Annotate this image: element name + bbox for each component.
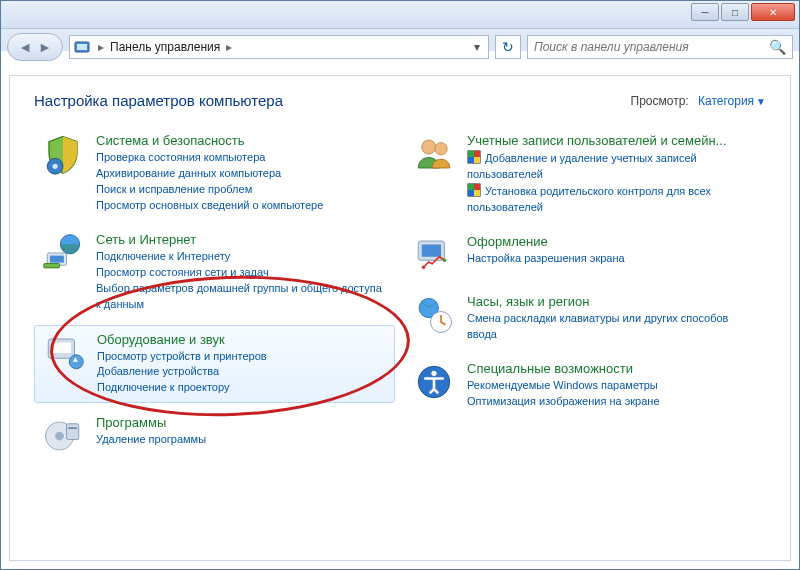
svg-rect-14 bbox=[68, 428, 77, 430]
category-title[interactable]: Специальные возможности bbox=[467, 361, 758, 376]
task-link[interactable]: Просмотр устройств и принтеров bbox=[97, 349, 386, 365]
nav-back-forward[interactable]: ◄ ► bbox=[7, 33, 63, 61]
task-link[interactable]: Просмотр основных сведений о компьютере bbox=[96, 198, 387, 214]
task-link[interactable]: Настройка разрешения экрана bbox=[467, 251, 758, 267]
view-by: Просмотр: Категория▼ bbox=[631, 94, 767, 108]
svg-rect-1 bbox=[77, 44, 87, 50]
svg-point-19 bbox=[422, 265, 426, 269]
user-accounts-icon bbox=[413, 133, 455, 175]
close-button[interactable]: ✕ bbox=[751, 3, 795, 21]
search-icon: 🔍 bbox=[769, 39, 786, 55]
category-title[interactable]: Сеть и Интернет bbox=[96, 232, 387, 247]
svg-point-24 bbox=[431, 370, 436, 375]
navbar: ◄ ► ▸ Панель управления ▸ ▾ ↻ 🔍 bbox=[1, 29, 799, 65]
page-title: Настройка параметров компьютера bbox=[34, 92, 283, 109]
chevron-right-icon: ▸ bbox=[224, 40, 234, 54]
category-title[interactable]: Оборудование и звук bbox=[97, 332, 386, 347]
chevron-down-icon: ▼ bbox=[756, 96, 766, 107]
breadcrumb-root[interactable]: Панель управления bbox=[106, 40, 224, 54]
svg-point-3 bbox=[53, 164, 58, 169]
ease-of-access-icon bbox=[413, 361, 455, 403]
svg-rect-7 bbox=[44, 263, 60, 267]
minimize-button[interactable]: ─ bbox=[691, 3, 719, 21]
category-programs[interactable]: Программы Удаление программы bbox=[34, 409, 395, 463]
back-icon: ◄ bbox=[18, 39, 32, 55]
left-column: Система и безопасность Проверка состояни… bbox=[34, 127, 395, 463]
programs-icon bbox=[42, 415, 84, 457]
task-link[interactable]: Архивирование данных компьютера bbox=[96, 166, 387, 182]
svg-rect-18 bbox=[422, 244, 441, 256]
maximize-button[interactable]: □ bbox=[721, 3, 749, 21]
task-link[interactable]: Выбор параметров домашней группы и общег… bbox=[96, 281, 387, 313]
category-system-security[interactable]: Система и безопасность Проверка состояни… bbox=[34, 127, 395, 220]
content-area: Настройка параметров компьютера Просмотр… bbox=[9, 75, 791, 561]
task-link[interactable]: Поиск и исправление проблем bbox=[96, 182, 387, 198]
task-link[interactable]: Проверка состояния компьютера bbox=[96, 150, 387, 166]
svg-rect-9 bbox=[52, 342, 71, 353]
refresh-button[interactable]: ↻ bbox=[495, 35, 521, 59]
svg-point-12 bbox=[55, 432, 64, 441]
control-panel-window: ─ □ ✕ ◄ ► ▸ Панель управления ▸ ▾ ↻ 🔍 Н bbox=[0, 0, 800, 570]
category-ease-of-access[interactable]: Специальные возможности Рекомендуемые Wi… bbox=[405, 355, 766, 416]
svg-point-20 bbox=[443, 258, 447, 262]
forward-icon: ► bbox=[38, 39, 52, 55]
hardware-sound-icon bbox=[43, 332, 85, 374]
task-link[interactable]: Удаление программы bbox=[96, 432, 387, 448]
task-link[interactable]: Подключение к проектору bbox=[97, 380, 386, 396]
category-appearance[interactable]: Оформление Настройка разрешения экрана bbox=[405, 228, 766, 282]
task-link[interactable]: Смена раскладки клавиатуры или других сп… bbox=[467, 311, 758, 343]
category-title[interactable]: Часы, язык и регион bbox=[467, 294, 758, 309]
task-link[interactable]: Подключение к Интернету bbox=[96, 249, 387, 265]
svg-point-16 bbox=[435, 143, 447, 155]
right-column: Учетные записи пользователей и семейн...… bbox=[405, 127, 766, 463]
svg-rect-6 bbox=[50, 255, 64, 262]
task-link[interactable]: Рекомендуемые Windows параметры bbox=[467, 378, 758, 394]
category-title[interactable]: Оформление bbox=[467, 234, 758, 249]
task-link[interactable]: Просмотр состояния сети и задач bbox=[96, 265, 387, 281]
clock-language-icon bbox=[413, 294, 455, 336]
control-panel-icon bbox=[74, 39, 90, 55]
address-dropdown[interactable]: ▾ bbox=[470, 40, 484, 54]
address-bar[interactable]: ▸ Панель управления ▸ ▾ bbox=[69, 35, 489, 59]
system-security-icon bbox=[42, 133, 84, 175]
search-box[interactable]: 🔍 bbox=[527, 35, 793, 59]
category-title[interactable]: Учетные записи пользователей и семейн... bbox=[467, 133, 758, 148]
task-link[interactable]: Установка родительского контроля для все… bbox=[467, 183, 758, 216]
task-link[interactable]: Оптимизация изображения на экране bbox=[467, 394, 758, 410]
category-title[interactable]: Программы bbox=[96, 415, 387, 430]
svg-rect-13 bbox=[67, 424, 79, 440]
appearance-icon bbox=[413, 234, 455, 276]
category-clock-language-region[interactable]: Часы, язык и регион Смена раскладки клав… bbox=[405, 288, 766, 349]
task-link[interactable]: Добавление устройства bbox=[97, 364, 386, 380]
svg-point-15 bbox=[422, 140, 436, 154]
refresh-icon: ↻ bbox=[502, 39, 514, 55]
view-dropdown[interactable]: Категория▼ bbox=[698, 94, 766, 108]
network-internet-icon bbox=[42, 232, 84, 274]
titlebar: ─ □ ✕ bbox=[1, 1, 799, 29]
view-label: Просмотр: bbox=[631, 94, 689, 108]
category-user-accounts[interactable]: Учетные записи пользователей и семейн...… bbox=[405, 127, 766, 222]
category-title[interactable]: Система и безопасность bbox=[96, 133, 387, 148]
category-network-internet[interactable]: Сеть и Интернет Подключение к Интернету … bbox=[34, 226, 395, 319]
search-input[interactable] bbox=[534, 40, 769, 54]
category-hardware-sound[interactable]: Оборудование и звук Просмотр устройств и… bbox=[34, 325, 395, 404]
chevron-right-icon: ▸ bbox=[96, 40, 106, 54]
task-link[interactable]: Добавление и удаление учетных записей по… bbox=[467, 150, 758, 183]
